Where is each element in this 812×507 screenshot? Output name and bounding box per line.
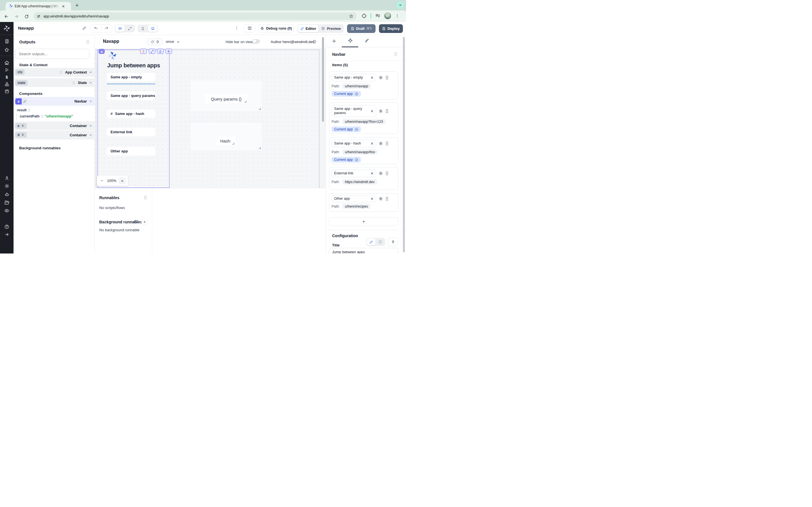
title-value-input[interactable]: Jump between apps: [329, 248, 398, 253]
navbar-component-selection[interactable]: a: [98, 50, 169, 188]
ctx-row[interactable]: ctx App Context: [13, 68, 95, 76]
component-row-d[interactable]: d Container: [13, 131, 95, 139]
chevron-down-icon[interactable]: [89, 71, 92, 74]
workers-robot-icon[interactable]: [0, 192, 13, 197]
search-outputs-input[interactable]: [15, 49, 89, 59]
favorites-star-icon[interactable]: [0, 47, 13, 52]
tab-close-icon[interactable]: [62, 5, 65, 8]
nav-item-external-link[interactable]: External link: [107, 128, 155, 136]
component-row-navbar[interactable]: a Navbar: [13, 97, 95, 106]
variables-dollar-icon[interactable]: $: [0, 75, 13, 79]
item-label-input[interactable]: Other app: [332, 195, 376, 202]
chevron-down-icon[interactable]: [89, 133, 92, 136]
help-icon[interactable]: [0, 224, 13, 229]
nav-item-query-params[interactable]: Same app - query params: [107, 91, 155, 100]
drag-handle-icon[interactable]: [386, 75, 389, 80]
item-label-input[interactable]: Same app - query params: [332, 105, 376, 117]
debug-runs-button[interactable]: Debug runs (0): [258, 24, 294, 33]
resources-cubes-icon[interactable]: [0, 82, 13, 87]
tab-theme-brush-icon[interactable]: [364, 38, 369, 43]
tab-components-icon[interactable]: [348, 38, 353, 43]
drag-handle-icon[interactable]: [386, 171, 389, 175]
runnables-doc-icon[interactable]: [143, 195, 147, 200]
reload-icon[interactable]: [24, 14, 29, 18]
chevron-down-icon[interactable]: [89, 124, 92, 127]
outputs-doc-icon[interactable]: [86, 40, 90, 44]
item-settings-gear-icon[interactable]: [378, 142, 383, 146]
item-settings-gear-icon[interactable]: [378, 171, 383, 175]
rename-pencil-icon[interactable]: [82, 26, 86, 30]
fullwidth-layout-icon[interactable]: [125, 25, 135, 32]
schedules-calendar-icon[interactable]: [0, 89, 13, 94]
tab-preview[interactable]: Preview: [319, 25, 343, 33]
settings-gear-icon[interactable]: [0, 184, 13, 188]
desktop-icon[interactable]: [148, 25, 157, 32]
resize-corner[interactable]: [232, 143, 234, 145]
back-icon[interactable]: [4, 14, 9, 19]
mobile-icon[interactable]: [138, 25, 147, 32]
collapse-arrow-icon[interactable]: [0, 232, 13, 237]
zoom-out-button[interactable]: −: [99, 178, 105, 183]
static-pencil-icon[interactable]: [367, 238, 375, 245]
chevron-down-icon[interactable]: [89, 81, 92, 84]
more-menu-icon[interactable]: [235, 26, 239, 30]
refresh-count-button[interactable]: 0: [147, 38, 163, 45]
item-settings-gear-icon[interactable]: [378, 196, 383, 201]
drag-handle-icon[interactable]: [386, 196, 389, 201]
nav-item-other-app[interactable]: Other app: [107, 147, 155, 156]
fullscreen-handle-icon[interactable]: [149, 49, 155, 54]
windmill-logo-icon[interactable]: [0, 25, 13, 32]
address-bar[interactable]: app.windmill.dev/apps/edit/u/henri/navap…: [33, 12, 357, 20]
audit-eye-icon[interactable]: [0, 208, 13, 213]
edit-pencil-icon[interactable]: [22, 98, 28, 105]
draft-button[interactable]: Draft ⌘S: [347, 24, 375, 33]
drag-handle-icon[interactable]: [386, 109, 389, 113]
browser-tab[interactable]: Edit App u/henri/navapp | Win: [6, 2, 71, 10]
move-handle-icon[interactable]: [165, 49, 172, 54]
function-mode-icon[interactable]: [376, 238, 385, 245]
author-info-icon[interactable]: [312, 40, 316, 44]
media-playlist-icon[interactable]: [375, 13, 380, 18]
settings-scrollbar[interactable]: [403, 37, 405, 252]
folders-icon[interactable]: [0, 200, 13, 205]
app-canvas[interactable]: a: [95, 49, 326, 188]
nav-item-hash[interactable]: # Same app - hash: [107, 109, 155, 118]
nav-item-same-app-empty[interactable]: Same app - empty: [107, 73, 155, 81]
component-row-e[interactable]: e Container: [13, 121, 95, 130]
item-settings-gear-icon[interactable]: [378, 75, 383, 80]
anchor-handle-icon[interactable]: [157, 49, 163, 54]
tab-search-button[interactable]: [396, 1, 404, 9]
expand-down-handle-icon[interactable]: [140, 49, 147, 54]
canvas-scrollbar[interactable]: [322, 37, 324, 122]
resize-corner[interactable]: [245, 101, 246, 103]
home-icon[interactable]: [0, 60, 13, 65]
deploy-button[interactable]: Deploy: [379, 24, 403, 33]
hide-bar-toggle[interactable]: [252, 39, 260, 44]
item-settings-gear-icon[interactable]: [378, 109, 383, 113]
site-settings-icon[interactable]: [37, 14, 41, 18]
chevron-up-icon[interactable]: [89, 100, 92, 103]
tab-insert-plus-icon[interactable]: [332, 39, 337, 44]
forward-icon[interactable]: [14, 14, 19, 19]
runs-play-icon[interactable]: [0, 68, 13, 72]
docs-book-button[interactable]: [244, 24, 255, 33]
new-tab-button[interactable]: [74, 2, 80, 8]
workspace-icon[interactable]: [0, 39, 13, 44]
resize-corner[interactable]: [259, 147, 261, 149]
bg-runnables-info-icon[interactable]: [134, 220, 138, 224]
item-label-input[interactable]: Same app - empty: [332, 74, 376, 81]
state-row[interactable]: state State: [13, 78, 95, 87]
bookmark-star-icon[interactable]: [349, 14, 353, 18]
centered-layout-icon[interactable]: [115, 25, 124, 32]
drag-handle-icon[interactable]: [386, 142, 389, 146]
redo-icon[interactable]: [101, 26, 112, 31]
navbar-doc-icon[interactable]: [394, 52, 398, 56]
profile-avatar[interactable]: [384, 12, 391, 19]
add-bg-runnable-button[interactable]: [141, 219, 148, 225]
connect-plug-icon[interactable]: [388, 238, 398, 246]
zoom-in-button[interactable]: +: [119, 177, 126, 184]
item-label-input[interactable]: Same app - hash: [332, 140, 376, 147]
undo-icon[interactable]: [91, 26, 101, 31]
item-label-input[interactable]: External link: [332, 170, 376, 177]
tab-editor[interactable]: Editor: [298, 25, 318, 33]
